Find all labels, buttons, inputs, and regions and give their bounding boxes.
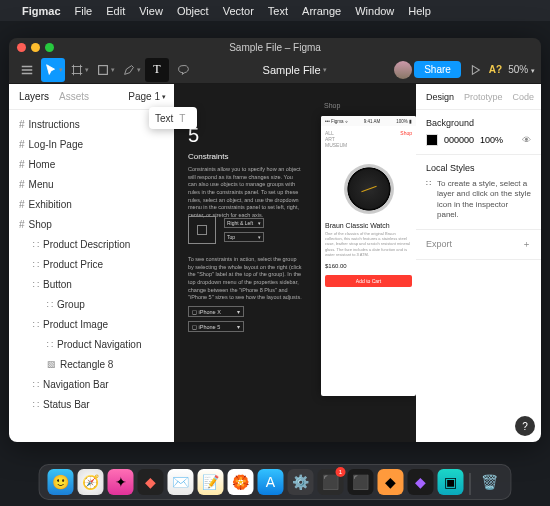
comment-tool[interactable]	[171, 58, 195, 82]
menu-window[interactable]: Window	[355, 5, 394, 17]
dock: 🙂 🧭 ✦ ◆ ✉️ 📝 🏵️ A ⚙️ ⬛1 ⬛ ◆ ◆ ▣ 🗑️	[39, 464, 512, 500]
page-selector[interactable]: Page 1▾	[128, 91, 166, 102]
menu-arrange[interactable]: Arrange	[302, 5, 341, 17]
popup-shortcut: T	[179, 113, 185, 124]
canvas[interactable]: 5 Constraints Constraints allow you to s…	[174, 84, 416, 442]
frame-tool[interactable]: ▾	[67, 58, 91, 82]
hamburger-icon[interactable]	[15, 58, 39, 82]
menu-edit[interactable]: Edit	[106, 5, 125, 17]
color-swatch[interactable]	[426, 134, 438, 146]
help-button[interactable]: ?	[515, 416, 535, 436]
device-frame[interactable]: ••• Figma ⟡9:41 AM100% ▮ ALL ART MUSEUM …	[321, 116, 416, 396]
frame-label[interactable]: Shop	[324, 102, 340, 109]
section-heading: Constraints	[188, 152, 228, 161]
layer-item[interactable]: ⸬Product Price	[9, 254, 174, 274]
dock-safari-icon[interactable]: 🧭	[78, 469, 104, 495]
window-title: Sample File – Figma	[229, 42, 321, 53]
device-select[interactable]: ◻ iPhone X▾	[188, 306, 244, 317]
dock-mail-icon[interactable]: ✉️	[168, 469, 194, 495]
plus-icon[interactable]: ＋	[522, 238, 531, 251]
menu-view[interactable]: View	[139, 5, 163, 17]
add-to-cart-button[interactable]: Add to Cart	[325, 275, 412, 287]
layer-item[interactable]: ⸬Product Image	[9, 314, 174, 334]
layers-panel: Layers Assets Page 1▾ Text T #Instructio…	[9, 84, 174, 442]
layer-item[interactable]: ⸬Product Navigation	[9, 334, 174, 354]
zoom-level[interactable]: 50% ▾	[508, 64, 535, 75]
group-icon: ⸬	[33, 379, 39, 390]
dock-app-icon[interactable]: ✦	[108, 469, 134, 495]
tab-prototype[interactable]: Prototype	[464, 92, 503, 102]
pen-tool[interactable]: ▾	[119, 58, 143, 82]
layer-item[interactable]: ⸬Button	[9, 274, 174, 294]
product-title: Braun Classic Watch	[321, 222, 416, 229]
menu-help[interactable]: Help	[408, 5, 431, 17]
tool-popup[interactable]: Text T	[149, 107, 197, 129]
product-price: $160.00	[321, 259, 416, 273]
tab-design[interactable]: Design	[426, 92, 454, 102]
tab-assets[interactable]: Assets	[59, 91, 89, 102]
body-text: Constraints allow you to specify how an …	[188, 166, 303, 220]
layer-item[interactable]: #Exhibition	[9, 194, 174, 214]
layer-item[interactable]: ⸬Group	[9, 294, 174, 314]
layer-item[interactable]: ▧Rectangle 8	[9, 354, 174, 374]
layer-item[interactable]: #Shop	[9, 214, 174, 234]
device-select[interactable]: ◻ iPhone 5▾	[188, 321, 244, 332]
dock-app-icon[interactable]: ◆	[408, 469, 434, 495]
constraint-select-v[interactable]: Top▾	[224, 232, 264, 242]
text-tool[interactable]: T	[145, 58, 169, 82]
layer-item[interactable]: #Log-In Page	[9, 134, 174, 154]
layer-item[interactable]: #Home	[9, 154, 174, 174]
app-name[interactable]: Figmac	[22, 5, 61, 17]
move-tool[interactable]: ▾	[41, 58, 65, 82]
app-window: Sample File – Figma ▾ ▾ ▾ ▾ T Sample Fil…	[9, 38, 541, 442]
export-label: Export	[426, 239, 452, 249]
layer-item[interactable]: #Menu	[9, 174, 174, 194]
menu-vector[interactable]: Vector	[223, 5, 254, 17]
group-icon: ⸬	[33, 259, 39, 270]
eye-icon[interactable]: 👁	[522, 135, 531, 145]
badge: 1	[336, 467, 346, 477]
group-icon: ⸬	[33, 319, 39, 330]
constraint-select-h[interactable]: Right & Left▾	[224, 218, 264, 228]
group-icon: ⸬	[33, 399, 39, 410]
product-description: One of the classics of the original Brau…	[321, 229, 416, 259]
dock-app-icon[interactable]: ▣	[438, 469, 464, 495]
titlebar[interactable]: Sample File – Figma	[9, 38, 541, 56]
dock-notes-icon[interactable]: 📝	[198, 469, 224, 495]
dock-trash-icon[interactable]: 🗑️	[477, 469, 503, 495]
dock-app-icon[interactable]: ⬛	[348, 469, 374, 495]
layer-item[interactable]: ⸬Navigation Bar	[9, 374, 174, 394]
share-button[interactable]: Share	[414, 61, 461, 78]
dock-app-icon[interactable]: ◆	[378, 469, 404, 495]
dock-photos-icon[interactable]: 🏵️	[228, 469, 254, 495]
group-icon: ⸬	[47, 339, 53, 350]
dock-app-icon[interactable]: ◆	[138, 469, 164, 495]
close-icon[interactable]	[17, 43, 26, 52]
color-hex[interactable]: 000000	[444, 135, 474, 145]
avatar[interactable]	[394, 61, 412, 79]
popup-label: Text	[155, 113, 173, 124]
file-label[interactable]: Sample File▾	[197, 64, 392, 76]
layer-item[interactable]: ⸬Product Description	[9, 234, 174, 254]
device-statusbar: ••• Figma ⟡9:41 AM100% ▮	[321, 116, 416, 126]
minimize-icon[interactable]	[31, 43, 40, 52]
tab-layers[interactable]: Layers	[19, 91, 49, 102]
dock-finder-icon[interactable]: 🙂	[48, 469, 74, 495]
dock-settings-icon[interactable]: ⚙️	[288, 469, 314, 495]
inspector-panel: Design Prototype Code Background 000000 …	[416, 84, 541, 442]
section-label: Local Styles	[426, 163, 531, 173]
dock-app-icon[interactable]: ⬛1	[318, 469, 344, 495]
tab-code[interactable]: Code	[513, 92, 535, 102]
menu-text[interactable]: Text	[268, 5, 288, 17]
maximize-icon[interactable]	[45, 43, 54, 52]
hint-text: To create a style, select a layer and cl…	[437, 179, 531, 221]
frame-icon: #	[19, 159, 25, 170]
layer-item[interactable]: ⸬Status Bar	[9, 394, 174, 414]
menu-object[interactable]: Object	[177, 5, 209, 17]
color-opacity[interactable]: 100%	[480, 135, 503, 145]
menu-file[interactable]: File	[75, 5, 93, 17]
four-dots-icon: ∷	[426, 179, 431, 221]
shape-tool[interactable]: ▾	[93, 58, 117, 82]
dock-appstore-icon[interactable]: A	[258, 469, 284, 495]
present-button[interactable]	[463, 58, 487, 82]
